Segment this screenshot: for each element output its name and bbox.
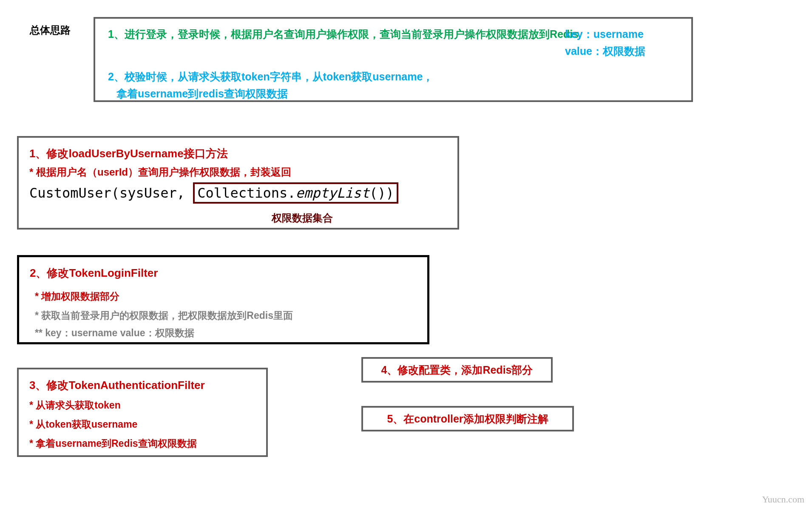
section1-code: CustomUser(sysUser, Collections.emptyLis… <box>29 182 447 204</box>
section5-box: 5、在controller添加权限判断注解 <box>361 406 574 431</box>
section3-line3: * 拿着username到Redis查询权限数据 <box>29 437 256 450</box>
section3-line1: * 从请求头获取token <box>29 399 256 412</box>
section1-annotation: 权限数据集合 <box>272 211 447 225</box>
section1-title: 1、修改loadUserByUsername接口方法 <box>29 146 447 161</box>
section4-box: 4、修改配置类，添加Redis部分 <box>361 357 553 383</box>
section3-line2: * 从token获取username <box>29 418 256 431</box>
section2-box: 2、修改TokenLoginFilter * 增加权限数据部分 * 获取当前登录… <box>17 255 429 344</box>
overall-value-label: value：权限数据 <box>565 44 645 58</box>
code-prefix: CustomUser(sysUser, <box>29 185 193 201</box>
section1-subtitle: * 根据用户名（userId）查询用户操作权限数据，封装返回 <box>29 165 447 179</box>
section2-title: 2、修改TokenLoginFilter <box>30 266 417 281</box>
overall-step2-line1: 2、校验时候，从请求头获取token字符串，从token获取username， <box>108 70 433 84</box>
section2-subtitle: * 增加权限数据部分 <box>35 290 417 303</box>
code-suffix: ()) <box>369 185 394 201</box>
section5-title: 5、在controller添加权限判断注解 <box>387 412 548 426</box>
overall-step1-text: 1、进行登录，登录时候，根据用户名查询用户操作权限，查询当前登录用户操作权限数据… <box>108 27 579 41</box>
section3-box: 3、修改TokenAuthenticationFilter * 从请求头获取to… <box>17 368 268 457</box>
section2-detail-1: * 获取当前登录用户的权限数据，把权限数据放到Redis里面 <box>35 309 417 322</box>
overall-step2-line2: 拿着username到redis查询权限数据 <box>116 87 288 101</box>
section1-box: 1、修改loadUserByUsername接口方法 * 根据用户名（userI… <box>17 136 459 230</box>
section3-title: 3、修改TokenAuthenticationFilter <box>29 378 256 393</box>
code-highlight-box: Collections.emptyList()) <box>193 182 398 204</box>
watermark: Yuucn.com <box>762 494 804 505</box>
section2-detail-2: ** key：username value：权限数据 <box>35 326 417 340</box>
overall-heading: 总体思路 <box>30 23 71 37</box>
code-emptylist: emptyList <box>296 185 369 201</box>
overall-box: 1、进行登录，登录时候，根据用户名查询用户操作权限，查询当前登录用户操作权限数据… <box>94 17 693 102</box>
overall-key-label: key：username <box>565 27 644 41</box>
section4-title: 4、修改配置类，添加Redis部分 <box>381 363 533 377</box>
code-collections: Collections. <box>197 185 295 201</box>
